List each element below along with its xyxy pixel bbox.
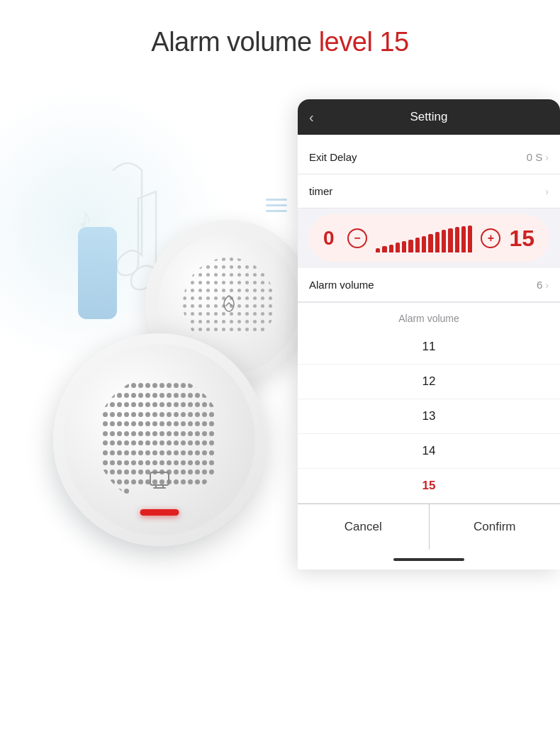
back-button[interactable]: ‹ xyxy=(309,109,314,126)
menu-line-3 xyxy=(266,210,287,212)
device-front-inner xyxy=(64,344,255,535)
picker-item-14[interactable]: 14 xyxy=(298,434,560,469)
confirm-button[interactable]: Confirm xyxy=(430,504,561,550)
svg-rect-3 xyxy=(150,472,169,485)
setting-title: Setting xyxy=(410,110,448,124)
home-indicator xyxy=(298,550,560,569)
app-panel: ‹ Setting Exit Delay 0 S › timer › xyxy=(298,99,560,569)
vol-bar-6 xyxy=(408,240,413,252)
menu-line-1 xyxy=(266,199,287,201)
picker-actions: Cancel Confirm xyxy=(298,504,560,550)
exit-delay-value: 0 S › xyxy=(527,151,549,163)
menu-decoration xyxy=(266,199,287,212)
settings-list: Exit Delay 0 S › timer › 0 − + 15 xyxy=(298,140,560,302)
title-highlight: level 15 xyxy=(319,27,409,57)
picker-item-13[interactable]: 13 xyxy=(298,399,560,434)
vol-bar-11 xyxy=(442,230,446,252)
picker-popup: Alarm volume 11 12 13 14 15 Cancel Confi… xyxy=(298,302,560,550)
alarm-volume-chevron: › xyxy=(545,279,549,291)
page-title: Alarm volume level 15 xyxy=(0,0,560,57)
led-bar xyxy=(140,509,179,516)
blue-card-decoration xyxy=(78,227,117,319)
exit-delay-row[interactable]: Exit Delay 0 S › xyxy=(298,140,560,174)
devices-area: ♪ ♩ ♫ xyxy=(0,128,340,738)
timer-chevron: › xyxy=(545,186,549,197)
device-front xyxy=(53,333,266,546)
vol-bar-13 xyxy=(455,227,459,252)
timer-label: timer xyxy=(309,185,332,197)
device-logo-small xyxy=(218,293,240,314)
vol-bar-5 xyxy=(402,241,406,252)
exit-delay-chevron: › xyxy=(545,152,549,163)
setting-header: ‹ Setting xyxy=(298,99,560,135)
picker-item-11[interactable]: 11 xyxy=(298,330,560,365)
vol-bar-7 xyxy=(415,238,420,252)
alarm-volume-value: 6 › xyxy=(537,279,549,291)
volume-slider-area: 0 − + 15 xyxy=(309,214,549,262)
home-bar xyxy=(393,558,464,561)
vol-bar-3 xyxy=(389,245,393,252)
timer-value: › xyxy=(545,186,549,197)
picker-item-12[interactable]: 12 xyxy=(298,365,560,399)
vol-plus-button[interactable]: + xyxy=(481,228,500,248)
timer-row[interactable]: timer › xyxy=(298,174,560,209)
cancel-button[interactable]: Cancel xyxy=(298,504,430,550)
vol-bar-2 xyxy=(382,246,386,252)
picker-list: 11 12 13 14 15 xyxy=(298,330,560,504)
menu-line-2 xyxy=(266,204,287,206)
picker-title: Alarm volume xyxy=(298,303,560,330)
alarm-volume-label: Alarm volume xyxy=(309,279,374,291)
vol-left-number: 0 xyxy=(323,227,339,250)
exit-delay-label: Exit Delay xyxy=(309,151,357,163)
vol-bars xyxy=(376,224,472,252)
main-area: ♪ ♩ ♫ xyxy=(0,85,560,756)
vol-bar-14 xyxy=(461,226,466,252)
vol-bar-15 xyxy=(468,226,472,252)
picker-item-15[interactable]: 15 xyxy=(298,469,560,504)
vol-bar-4 xyxy=(396,243,400,252)
vol-right-number: 15 xyxy=(509,226,534,252)
vol-bar-10 xyxy=(435,232,439,252)
vol-bar-12 xyxy=(448,228,452,252)
vol-bar-1 xyxy=(376,248,380,252)
vol-bar-8 xyxy=(422,236,426,252)
title-prefix: Alarm volume xyxy=(151,27,318,57)
vol-minus-button[interactable]: − xyxy=(347,228,367,248)
vol-bar-9 xyxy=(428,234,432,252)
alarm-volume-row[interactable]: Alarm volume 6 › xyxy=(298,268,560,302)
device-logo-front xyxy=(146,467,173,496)
